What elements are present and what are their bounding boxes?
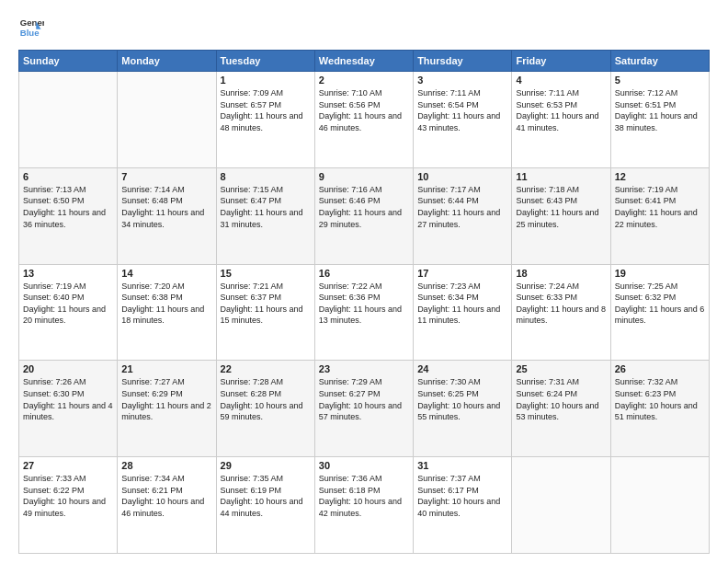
day-cell: 19Sunrise: 7:25 AMSunset: 6:32 PMDayligh…: [610, 264, 709, 361]
day-cell: 2Sunrise: 7:10 AMSunset: 6:56 PMDaylight…: [314, 72, 413, 168]
day-info: Sunrise: 7:35 AMSunset: 6:19 PMDaylight:…: [221, 473, 311, 519]
day-info: Sunrise: 7:09 AMSunset: 6:57 PMDaylight:…: [221, 87, 311, 133]
day-info: Sunrise: 7:29 AMSunset: 6:27 PMDaylight:…: [319, 376, 409, 422]
day-info: Sunrise: 7:20 AMSunset: 6:38 PMDaylight:…: [121, 281, 211, 327]
day-info: Sunrise: 7:12 AMSunset: 6:51 PMDaylight:…: [615, 87, 705, 133]
day-number: 9: [319, 171, 409, 182]
day-cell: 17Sunrise: 7:23 AMSunset: 6:34 PMDayligh…: [414, 264, 512, 361]
header-cell-wednesday: Wednesday: [314, 51, 413, 72]
day-cell: 16Sunrise: 7:22 AMSunset: 6:36 PMDayligh…: [314, 264, 413, 361]
day-cell: 29Sunrise: 7:35 AMSunset: 6:19 PMDayligh…: [216, 457, 314, 554]
day-info: Sunrise: 7:19 AMSunset: 6:41 PMDaylight:…: [615, 184, 705, 230]
day-cell: [610, 457, 709, 554]
day-number: 2: [319, 75, 409, 86]
day-number: 26: [615, 363, 705, 374]
day-cell: 13Sunrise: 7:19 AMSunset: 6:40 PMDayligh…: [19, 264, 118, 361]
header-cell-sunday: Sunday: [19, 51, 118, 72]
day-number: 1: [221, 75, 311, 86]
day-number: 7: [121, 171, 211, 182]
day-info: Sunrise: 7:26 AMSunset: 6:30 PMDaylight:…: [23, 376, 113, 422]
day-info: Sunrise: 7:11 AMSunset: 6:53 PMDaylight:…: [516, 87, 606, 133]
day-number: 8: [221, 171, 311, 182]
header-cell-friday: Friday: [512, 51, 610, 72]
day-number: 16: [319, 268, 409, 279]
day-number: 25: [516, 363, 606, 374]
day-info: Sunrise: 7:27 AMSunset: 6:29 PMDaylight:…: [121, 376, 211, 422]
day-info: Sunrise: 7:25 AMSunset: 6:32 PMDaylight:…: [615, 281, 705, 327]
day-cell: 4Sunrise: 7:11 AMSunset: 6:53 PMDaylight…: [512, 72, 610, 168]
day-number: 4: [516, 75, 606, 86]
day-number: 11: [516, 171, 606, 182]
day-number: 3: [417, 75, 507, 86]
header: General Blue: [18, 15, 710, 40]
day-info: Sunrise: 7:19 AMSunset: 6:40 PMDaylight:…: [23, 281, 113, 327]
day-cell: 24Sunrise: 7:30 AMSunset: 6:25 PMDayligh…: [414, 361, 512, 457]
header-cell-monday: Monday: [118, 51, 216, 72]
header-cell-saturday: Saturday: [610, 51, 709, 72]
header-cell-thursday: Thursday: [414, 51, 512, 72]
calendar-table: SundayMondayTuesdayWednesdayThursdayFrid…: [18, 50, 710, 554]
day-cell: 20Sunrise: 7:26 AMSunset: 6:30 PMDayligh…: [19, 361, 118, 457]
day-number: 10: [417, 171, 507, 182]
day-number: 5: [615, 75, 705, 86]
day-cell: 5Sunrise: 7:12 AMSunset: 6:51 PMDaylight…: [610, 72, 709, 168]
day-number: 20: [23, 363, 113, 374]
day-info: Sunrise: 7:22 AMSunset: 6:36 PMDaylight:…: [319, 281, 409, 327]
day-info: Sunrise: 7:30 AMSunset: 6:25 PMDaylight:…: [417, 376, 507, 422]
day-number: 31: [417, 460, 507, 471]
svg-text:General: General: [20, 17, 44, 28]
day-cell: 12Sunrise: 7:19 AMSunset: 6:41 PMDayligh…: [610, 167, 709, 264]
day-number: 22: [221, 363, 311, 374]
day-cell: 9Sunrise: 7:16 AMSunset: 6:46 PMDaylight…: [314, 167, 413, 264]
day-cell: 31Sunrise: 7:37 AMSunset: 6:17 PMDayligh…: [414, 457, 512, 554]
day-cell: 26Sunrise: 7:32 AMSunset: 6:23 PMDayligh…: [610, 361, 709, 457]
day-info: Sunrise: 7:37 AMSunset: 6:17 PMDaylight:…: [417, 473, 507, 519]
day-info: Sunrise: 7:21 AMSunset: 6:37 PMDaylight:…: [221, 281, 311, 327]
day-number: 15: [221, 268, 311, 279]
day-cell: 14Sunrise: 7:20 AMSunset: 6:38 PMDayligh…: [118, 264, 216, 361]
day-number: 28: [121, 460, 211, 471]
day-cell: 8Sunrise: 7:15 AMSunset: 6:47 PMDaylight…: [216, 167, 314, 264]
week-row-1: 6Sunrise: 7:13 AMSunset: 6:50 PMDaylight…: [19, 167, 710, 264]
calendar-body: 1Sunrise: 7:09 AMSunset: 6:57 PMDaylight…: [19, 72, 710, 554]
day-number: 12: [615, 171, 705, 182]
day-cell: [19, 72, 118, 168]
day-cell: 3Sunrise: 7:11 AMSunset: 6:54 PMDaylight…: [414, 72, 512, 168]
day-number: 23: [319, 363, 409, 374]
day-number: 27: [23, 460, 113, 471]
day-cell: 18Sunrise: 7:24 AMSunset: 6:33 PMDayligh…: [512, 264, 610, 361]
day-cell: [512, 457, 610, 554]
week-row-0: 1Sunrise: 7:09 AMSunset: 6:57 PMDaylight…: [19, 72, 710, 168]
day-cell: 22Sunrise: 7:28 AMSunset: 6:28 PMDayligh…: [216, 361, 314, 457]
day-number: 13: [23, 268, 113, 279]
day-info: Sunrise: 7:10 AMSunset: 6:56 PMDaylight:…: [319, 87, 409, 133]
day-number: 6: [23, 171, 113, 182]
day-info: Sunrise: 7:23 AMSunset: 6:34 PMDaylight:…: [417, 281, 507, 327]
day-number: 19: [615, 268, 705, 279]
day-number: 24: [417, 363, 507, 374]
week-row-2: 13Sunrise: 7:19 AMSunset: 6:40 PMDayligh…: [19, 264, 710, 361]
day-info: Sunrise: 7:34 AMSunset: 6:21 PMDaylight:…: [121, 473, 211, 519]
day-cell: 15Sunrise: 7:21 AMSunset: 6:37 PMDayligh…: [216, 264, 314, 361]
day-cell: 6Sunrise: 7:13 AMSunset: 6:50 PMDaylight…: [19, 167, 118, 264]
day-info: Sunrise: 7:33 AMSunset: 6:22 PMDaylight:…: [23, 473, 113, 519]
day-cell: 28Sunrise: 7:34 AMSunset: 6:21 PMDayligh…: [118, 457, 216, 554]
day-cell: 7Sunrise: 7:14 AMSunset: 6:48 PMDaylight…: [118, 167, 216, 264]
page: General Blue SundayMondayTuesdayWednesda…: [0, 0, 728, 563]
day-cell: 21Sunrise: 7:27 AMSunset: 6:29 PMDayligh…: [118, 361, 216, 457]
logo-icon: General Blue: [18, 15, 44, 40]
day-info: Sunrise: 7:13 AMSunset: 6:50 PMDaylight:…: [23, 184, 113, 230]
day-cell: 23Sunrise: 7:29 AMSunset: 6:27 PMDayligh…: [314, 361, 413, 457]
day-number: 21: [121, 363, 211, 374]
day-number: 14: [121, 268, 211, 279]
day-cell: 27Sunrise: 7:33 AMSunset: 6:22 PMDayligh…: [19, 457, 118, 554]
day-info: Sunrise: 7:32 AMSunset: 6:23 PMDaylight:…: [615, 376, 705, 422]
day-cell: [118, 72, 216, 168]
day-info: Sunrise: 7:18 AMSunset: 6:43 PMDaylight:…: [516, 184, 606, 230]
day-number: 18: [516, 268, 606, 279]
day-info: Sunrise: 7:17 AMSunset: 6:44 PMDaylight:…: [417, 184, 507, 230]
day-cell: 30Sunrise: 7:36 AMSunset: 6:18 PMDayligh…: [314, 457, 413, 554]
day-info: Sunrise: 7:24 AMSunset: 6:33 PMDaylight:…: [516, 281, 606, 327]
day-cell: 1Sunrise: 7:09 AMSunset: 6:57 PMDaylight…: [216, 72, 314, 168]
day-number: 29: [221, 460, 311, 471]
